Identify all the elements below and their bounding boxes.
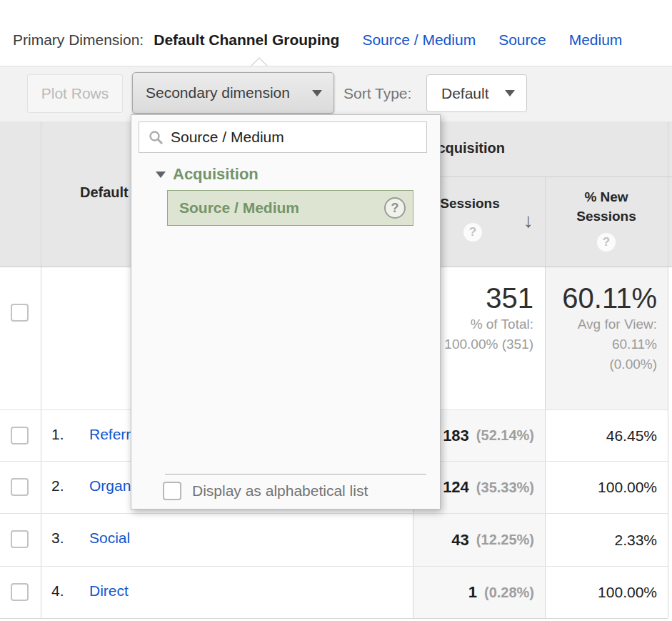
panel-divider [165,474,426,475]
new-sessions-header-line1: % New [545,187,668,207]
sessions-value: 1 [468,583,477,602]
caret-up-icon [246,56,276,66]
primary-dimension-label: Primary Dimension: [13,31,144,49]
grid-hline [413,177,672,177]
sort-type-select[interactable]: Default [426,74,527,112]
sessions-cell: 43 (12.25%) [413,514,545,566]
search-icon [148,129,165,146]
sessions-percent: (0.28%) [484,585,534,601]
new-sessions-cell: 2.33% [546,514,668,566]
new-sessions-column-header[interactable]: % New Sessions [545,187,668,226]
new-sessions-avg-note: (0.00%) [546,354,657,374]
row-index: 2. [51,477,64,495]
row-index: 1. [51,426,64,443]
row-index: 4. [51,582,64,600]
row-index: 3. [51,530,64,547]
alphabetical-list-label: Display as alphabetical list [192,482,368,500]
sessions-percent: (52.14%) [476,427,534,444]
grid-hline [0,618,668,619]
row-checkbox[interactable] [11,427,29,444]
dimension-search-input[interactable] [171,124,421,151]
row-checkbox[interactable] [11,478,29,496]
primary-dimension-option-medium[interactable]: Medium [569,31,623,49]
chevron-down-icon [312,90,322,96]
row-checkbox[interactable] [11,530,29,548]
sessions-percent: (12.25%) [476,532,534,548]
new-sessions-cell: 46.45% [546,410,668,461]
plot-rows-label: Plot Rows [41,85,109,102]
collapse-arrow-icon [156,172,166,178]
help-icon[interactable] [597,233,616,252]
sessions-value: 124 [443,478,469,497]
picker-group-label: Acquisition [173,165,259,184]
help-icon[interactable] [463,223,482,242]
panel-footer: Display as alphabetical list [163,482,368,500]
select-all-checkbox[interactable] [11,304,29,322]
sessions-percent: (35.33%) [476,480,534,496]
grid-vline [668,121,668,618]
new-sessions-cell: 100.00% [546,462,668,513]
picker-item-source-medium[interactable]: Source / Medium [167,190,413,226]
sort-type-label: Sort Type: [343,85,411,102]
picker-item-label: Source / Medium [179,199,299,217]
primary-dimension-option-source[interactable]: Source [498,31,546,49]
analytics-report-screen: Primary Dimension: Default Channel Group… [0,0,672,621]
picker-group-acquisition[interactable]: Acquisition [156,165,259,184]
sort-type-value: Default [441,85,489,102]
channel-link[interactable]: Direct [89,582,129,600]
grid-vline [41,121,41,618]
new-sessions-avg: 60.11% [546,282,657,314]
new-sessions-cell: 100.00% [546,567,668,618]
primary-dimension-bar: Primary Dimension: Default Channel Group… [0,0,672,66]
secondary-dimension-picker-panel: Acquisition Source / Medium Display as a… [131,114,441,510]
sessions-value: 183 [443,427,469,445]
grid-hline [0,566,668,567]
new-sessions-avg-note: 60.11% [546,334,657,354]
channel-link[interactable]: Social [89,530,130,547]
secondary-dimension-label: Secondary dimension [146,84,290,101]
new-sessions-avg-note: Avg for View: [546,314,657,334]
row-checkbox[interactable] [11,583,29,601]
grid-vline [545,177,546,618]
alphabetical-list-checkbox[interactable] [163,482,181,500]
primary-dimension-selected[interactable]: Default Channel Grouping [154,31,339,49]
secondary-dimension-button[interactable]: Secondary dimension [132,72,334,114]
sessions-value: 43 [451,531,468,550]
chevron-down-icon [505,90,515,96]
new-sessions-summary-cell: 60.11% Avg for View: 60.11% (0.00%) [546,267,668,409]
help-icon[interactable] [384,197,406,219]
grid-hline [0,513,668,514]
sort-descending-icon[interactable] [523,209,533,232]
report-toolbar: Plot Rows Secondary dimension Sort Type:… [0,66,672,121]
primary-dimension-option-source-medium[interactable]: Source / Medium [362,31,476,49]
sessions-cell: 1 (0.28%) [413,567,545,618]
new-sessions-header-line2: Sessions [545,207,668,226]
plot-rows-button[interactable]: Plot Rows [27,74,123,113]
dimension-search-box [139,121,427,153]
